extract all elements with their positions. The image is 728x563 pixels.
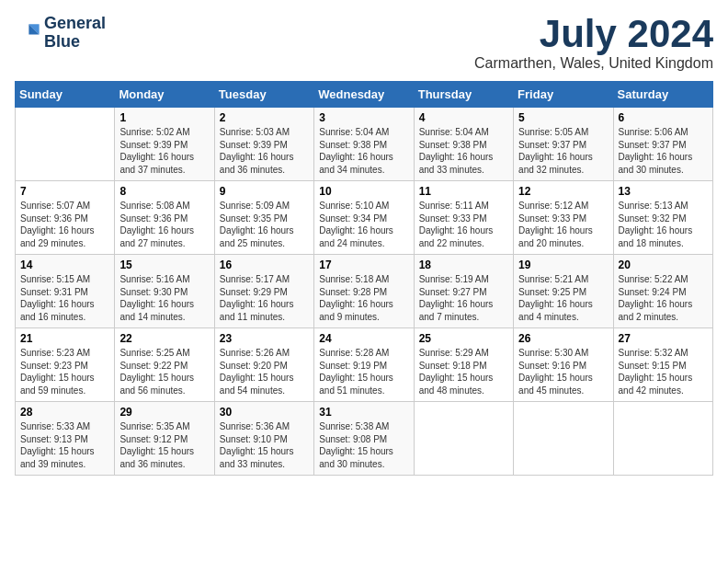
day-number: 7 (20, 185, 109, 198)
calendar-cell: 30Sunrise: 5:36 AM Sunset: 9:10 PM Dayli… (214, 402, 313, 476)
day-number: 20 (619, 259, 708, 271)
day-number: 28 (20, 406, 109, 419)
day-info: Sunrise: 5:22 AM Sunset: 9:24 PM Dayligh… (619, 273, 708, 323)
day-number: 12 (518, 185, 608, 198)
month-title: July 2024 (474, 15, 713, 53)
day-number: 17 (319, 259, 408, 271)
day-number: 25 (419, 332, 508, 345)
calendar-week-row: 1Sunrise: 5:02 AM Sunset: 9:39 PM Daylig… (16, 108, 713, 181)
day-number: 14 (20, 259, 109, 271)
day-info: Sunrise: 5:16 AM Sunset: 9:30 PM Dayligh… (119, 273, 209, 323)
logo-text: General Blue (44, 15, 106, 52)
calendar-cell: 18Sunrise: 5:19 AM Sunset: 9:27 PM Dayli… (414, 255, 513, 328)
weekday-header: Monday (115, 82, 214, 108)
day-number: 21 (20, 332, 109, 345)
calendar-table: SundayMondayTuesdayWednesdayThursdayFrid… (15, 81, 713, 476)
day-info: Sunrise: 5:02 AM Sunset: 9:39 PM Dayligh… (119, 126, 209, 176)
weekday-header: Friday (514, 82, 613, 108)
day-info: Sunrise: 5:05 AM Sunset: 9:37 PM Dayligh… (518, 126, 608, 176)
day-info: Sunrise: 5:35 AM Sunset: 9:12 PM Dayligh… (119, 420, 209, 470)
calendar-cell: 16Sunrise: 5:17 AM Sunset: 9:29 PM Dayli… (214, 255, 313, 328)
logo-line2: Blue (44, 33, 106, 52)
calendar-cell (613, 402, 712, 476)
calendar-cell: 23Sunrise: 5:26 AM Sunset: 9:20 PM Dayli… (214, 328, 313, 402)
day-info: Sunrise: 5:32 AM Sunset: 9:15 PM Dayligh… (619, 347, 708, 396)
day-info: Sunrise: 5:18 AM Sunset: 9:28 PM Dayligh… (319, 273, 408, 323)
day-info: Sunrise: 5:08 AM Sunset: 9:36 PM Dayligh… (119, 200, 209, 249)
weekday-header: Saturday (613, 82, 712, 108)
calendar-week-row: 7Sunrise: 5:07 AM Sunset: 9:36 PM Daylig… (16, 181, 713, 255)
day-number: 8 (119, 185, 209, 198)
calendar-cell: 22Sunrise: 5:25 AM Sunset: 9:22 PM Dayli… (115, 328, 214, 402)
day-info: Sunrise: 5:38 AM Sunset: 9:08 PM Dayligh… (319, 420, 408, 470)
day-info: Sunrise: 5:30 AM Sunset: 9:16 PM Dayligh… (518, 347, 608, 396)
weekday-header: Tuesday (214, 82, 313, 108)
logo: General Blue (15, 15, 106, 52)
day-info: Sunrise: 5:04 AM Sunset: 9:38 PM Dayligh… (319, 126, 408, 176)
day-number: 24 (319, 332, 408, 345)
calendar-cell: 14Sunrise: 5:15 AM Sunset: 9:31 PM Dayli… (16, 255, 115, 328)
day-number: 23 (220, 332, 309, 345)
calendar-cell: 28Sunrise: 5:33 AM Sunset: 9:13 PM Dayli… (16, 402, 115, 476)
day-info: Sunrise: 5:36 AM Sunset: 9:10 PM Dayligh… (220, 420, 309, 470)
day-number: 22 (119, 332, 209, 345)
calendar-cell: 17Sunrise: 5:18 AM Sunset: 9:28 PM Dayli… (314, 255, 414, 328)
day-number: 4 (419, 111, 508, 124)
day-number: 16 (220, 259, 309, 271)
day-info: Sunrise: 5:15 AM Sunset: 9:31 PM Dayligh… (20, 273, 109, 323)
calendar-cell: 7Sunrise: 5:07 AM Sunset: 9:36 PM Daylig… (16, 181, 115, 255)
calendar-cell: 20Sunrise: 5:22 AM Sunset: 9:24 PM Dayli… (613, 255, 712, 328)
day-number: 29 (119, 406, 209, 419)
calendar-cell: 21Sunrise: 5:23 AM Sunset: 9:23 PM Dayli… (16, 328, 115, 402)
weekday-header: Wednesday (314, 82, 414, 108)
calendar-cell: 12Sunrise: 5:12 AM Sunset: 9:33 PM Dayli… (514, 181, 613, 255)
calendar-cell: 31Sunrise: 5:38 AM Sunset: 9:08 PM Dayli… (314, 402, 414, 476)
day-number: 26 (518, 332, 608, 345)
day-info: Sunrise: 5:04 AM Sunset: 9:38 PM Dayligh… (419, 126, 508, 176)
calendar-cell: 8Sunrise: 5:08 AM Sunset: 9:36 PM Daylig… (115, 181, 214, 255)
calendar-cell: 19Sunrise: 5:21 AM Sunset: 9:25 PM Dayli… (514, 255, 613, 328)
calendar-week-row: 28Sunrise: 5:33 AM Sunset: 9:13 PM Dayli… (16, 402, 713, 476)
weekday-header: Thursday (414, 82, 513, 108)
day-info: Sunrise: 5:33 AM Sunset: 9:13 PM Dayligh… (20, 420, 109, 470)
day-info: Sunrise: 5:03 AM Sunset: 9:39 PM Dayligh… (220, 126, 309, 176)
day-number: 11 (419, 185, 508, 198)
day-number: 10 (319, 185, 408, 198)
day-info: Sunrise: 5:06 AM Sunset: 9:37 PM Dayligh… (619, 126, 708, 176)
calendar-cell (16, 108, 115, 181)
calendar-cell: 24Sunrise: 5:28 AM Sunset: 9:19 PM Dayli… (314, 328, 414, 402)
calendar-cell: 6Sunrise: 5:06 AM Sunset: 9:37 PM Daylig… (613, 108, 712, 181)
day-number: 9 (220, 185, 309, 198)
calendar-cell (414, 402, 513, 476)
day-info: Sunrise: 5:10 AM Sunset: 9:34 PM Dayligh… (319, 200, 408, 249)
day-number: 2 (220, 111, 309, 124)
day-info: Sunrise: 5:07 AM Sunset: 9:36 PM Dayligh… (20, 200, 109, 249)
calendar-cell: 29Sunrise: 5:35 AM Sunset: 9:12 PM Dayli… (115, 402, 214, 476)
calendar-cell: 13Sunrise: 5:13 AM Sunset: 9:32 PM Dayli… (613, 181, 712, 255)
day-info: Sunrise: 5:26 AM Sunset: 9:20 PM Dayligh… (220, 347, 309, 396)
day-number: 19 (518, 259, 608, 271)
calendar-body: 1Sunrise: 5:02 AM Sunset: 9:39 PM Daylig… (16, 108, 713, 476)
day-number: 13 (619, 185, 708, 198)
calendar-cell: 5Sunrise: 5:05 AM Sunset: 9:37 PM Daylig… (514, 108, 613, 181)
day-info: Sunrise: 5:28 AM Sunset: 9:19 PM Dayligh… (319, 347, 408, 396)
day-info: Sunrise: 5:23 AM Sunset: 9:23 PM Dayligh… (20, 347, 109, 396)
day-number: 30 (220, 406, 309, 419)
calendar-cell: 9Sunrise: 5:09 AM Sunset: 9:35 PM Daylig… (214, 181, 313, 255)
day-number: 1 (119, 111, 209, 124)
calendar-week-row: 14Sunrise: 5:15 AM Sunset: 9:31 PM Dayli… (16, 255, 713, 328)
calendar-cell: 25Sunrise: 5:29 AM Sunset: 9:18 PM Dayli… (414, 328, 513, 402)
day-number: 31 (319, 406, 408, 419)
calendar-cell: 26Sunrise: 5:30 AM Sunset: 9:16 PM Dayli… (514, 328, 613, 402)
day-number: 18 (419, 259, 508, 271)
location-title: Carmarthen, Wales, United Kingdom (474, 55, 713, 72)
day-info: Sunrise: 5:25 AM Sunset: 9:22 PM Dayligh… (119, 347, 209, 396)
calendar-cell: 4Sunrise: 5:04 AM Sunset: 9:38 PM Daylig… (414, 108, 513, 181)
page-header: General Blue July 2024 Carmarthen, Wales… (15, 15, 713, 72)
weekday-header: Sunday (16, 82, 115, 108)
calendar-cell: 27Sunrise: 5:32 AM Sunset: 9:15 PM Dayli… (613, 328, 712, 402)
logo-icon (15, 20, 40, 46)
day-number: 15 (119, 259, 209, 271)
calendar-cell: 3Sunrise: 5:04 AM Sunset: 9:38 PM Daylig… (314, 108, 414, 181)
day-info: Sunrise: 5:13 AM Sunset: 9:32 PM Dayligh… (619, 200, 708, 249)
